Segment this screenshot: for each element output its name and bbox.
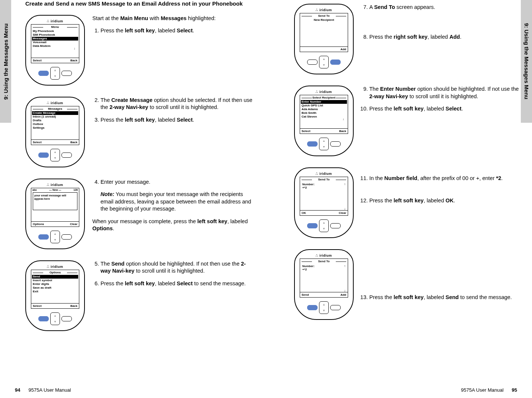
page-95: Send To New Recipient Add ▵▿ xyxy=(287,0,529,398)
menu-item: New Recipient xyxy=(302,18,346,22)
navi-key[interactable]: ▵▿ xyxy=(50,312,60,325)
left-soft-key[interactable] xyxy=(307,223,318,228)
page-number: 95 xyxy=(512,387,517,393)
right-soft-key[interactable] xyxy=(330,305,341,310)
step-row-4: Options Send Insert symbol Enter digits … xyxy=(25,260,252,331)
right-soft-key[interactable] xyxy=(330,141,341,147)
step-row-8: Send To Number:↑ +*2 ↓ Send Add ▵▿ xyxy=(294,249,521,320)
screen-title: Messages xyxy=(31,106,79,110)
softkey-left-label: Options xyxy=(33,222,44,226)
menu-item: Settings xyxy=(33,126,77,130)
iridium-logo xyxy=(316,172,332,176)
softkey-right-label: Back xyxy=(70,141,77,144)
navi-key[interactable]: ▵▿ xyxy=(319,138,329,150)
softkey-right-label: Clear xyxy=(339,211,346,215)
number-label: Number: xyxy=(302,264,315,268)
step-row-2: Messages Create Message Inbox (1 unread)… xyxy=(25,97,252,167)
device-send-final: Send To Number:↑ +*2 ↓ Send Add ▵▿ xyxy=(294,249,354,320)
iridium-logo xyxy=(316,8,332,12)
softkey-left-label: Select xyxy=(33,141,42,144)
menu-item: Exit xyxy=(33,290,77,293)
step-row-5: Send To New Recipient Add ▵▿ xyxy=(294,4,521,74)
screen-list: My Phonebook SIM Phonebook Messages Voic… xyxy=(31,29,79,58)
menu-item-highlighted: Create Message xyxy=(32,111,78,115)
menu-item: My Phonebook xyxy=(33,29,77,33)
left-soft-key[interactable] xyxy=(38,234,49,240)
left-soft-key[interactable] xyxy=(307,305,318,310)
screen-title: Send To xyxy=(300,13,348,17)
device-screen: Menu My Phonebook SIM Phonebook Messages… xyxy=(31,24,79,63)
menu-item-highlighted: Send xyxy=(32,275,78,279)
softkey-right-label: Back xyxy=(70,59,77,62)
navi-key[interactable]: ▵▿ xyxy=(319,219,329,232)
compose-text-area[interactable]: your email message will appear.here xyxy=(33,192,77,210)
iridium-logo xyxy=(47,265,63,269)
softkey-right-label: Clear xyxy=(70,222,77,226)
navi-key[interactable]: ▵▿ xyxy=(319,301,329,314)
left-soft-key[interactable] xyxy=(307,60,318,65)
menu-item: Bob Smith xyxy=(302,111,346,115)
menu-item: Data Modem xyxy=(33,44,77,48)
menu-item: Enter digits xyxy=(33,282,77,286)
right-soft-key[interactable] xyxy=(61,316,72,321)
left-soft-key[interactable] xyxy=(38,71,49,76)
iridium-logo xyxy=(316,90,332,94)
navi-key[interactable]: ▵▿ xyxy=(50,149,60,161)
right-soft-key[interactable] xyxy=(330,223,341,228)
device-main-menu: Menu My Phonebook SIM Phonebook Messages… xyxy=(25,15,85,86)
device-options: Options Send Insert symbol Enter digits … xyxy=(25,260,85,331)
softkey-left-label: Select xyxy=(33,59,42,62)
softkey-right-label: Back xyxy=(339,129,346,133)
instructions-block-5: A Send To screen appears. Press the righ… xyxy=(361,4,521,46)
scroll-up-icon: ↑ xyxy=(344,264,345,268)
device-send-to-empty: Send To New Recipient Add ▵▿ xyxy=(294,4,354,74)
step-row-7: Send To Number:↑ +*2 ↓ OK Clear ▵▿ xyxy=(294,167,521,238)
right-soft-key[interactable] xyxy=(61,71,72,76)
softkey-right-label: Add xyxy=(340,293,346,296)
navi-key[interactable]: ▵▿ xyxy=(319,56,329,68)
softkey-left-label: Select xyxy=(302,129,310,133)
menu-item-highlighted: Enter Number xyxy=(301,100,347,104)
keypad: ▵▿ xyxy=(38,67,72,80)
scroll-down-icon: ↓ xyxy=(33,48,77,50)
manual-title: 9575A User Manual xyxy=(461,387,503,393)
softkey-right-label: Add xyxy=(340,48,346,51)
side-tab-left: 9: Using the Messages Menu xyxy=(0,0,11,123)
device-messages-menu: Messages Create Message Inbox (1 unread)… xyxy=(25,97,85,167)
softkey-right-label: Back xyxy=(70,304,77,308)
softkey-left-label: Select xyxy=(33,304,42,308)
page-94: Create and Send a new SMS Message to an … xyxy=(18,0,260,398)
iridium-logo xyxy=(47,101,63,105)
screen-title: Send To xyxy=(300,259,348,263)
softkey-left-label: OK xyxy=(302,211,306,215)
menu-item: Drafts xyxy=(33,119,77,122)
section-title: Create and Send a new SMS Message to an … xyxy=(25,0,252,7)
iridium-logo xyxy=(47,183,63,187)
device-number-entry: Send To Number:↑ +*2 ↓ OK Clear ▵▿ xyxy=(294,167,354,238)
navi-key[interactable]: ▵▿ xyxy=(50,231,60,243)
screen-title: Menu xyxy=(31,25,79,29)
menu-item: Quick GPS List xyxy=(302,104,346,107)
scroll-up-icon: ↑ xyxy=(344,183,345,186)
number-value[interactable]: +*2 xyxy=(300,186,348,189)
scroll-down-icon: ↓ xyxy=(302,119,346,121)
iridium-logo xyxy=(47,19,63,23)
right-soft-key[interactable] xyxy=(61,234,72,240)
left-soft-key[interactable] xyxy=(38,316,49,321)
instructions-block-7: In the Number field, after the prefix of… xyxy=(361,167,521,209)
right-soft-key[interactable] xyxy=(330,60,341,65)
instructions-block-8: Press the left soft key, labeled Send to… xyxy=(361,249,521,306)
menu-item: Voicemail xyxy=(33,41,77,44)
menu-item: Outbox xyxy=(33,122,77,126)
number-value: +*2 xyxy=(300,268,348,271)
page-number: 94 xyxy=(15,387,20,393)
menu-item: Cat Steven xyxy=(302,115,346,119)
screen-title: Select Recipient xyxy=(300,95,348,99)
compose-header: abc — New — 120 xyxy=(31,188,79,192)
left-soft-key[interactable] xyxy=(307,141,318,147)
left-soft-key[interactable] xyxy=(38,153,49,158)
menu-item: Ada Adams xyxy=(302,107,346,111)
instructions-block-2: The Create Message option should be sele… xyxy=(92,97,252,129)
navi-key[interactable]: ▵▿ xyxy=(50,67,60,80)
right-soft-key[interactable] xyxy=(61,153,72,158)
